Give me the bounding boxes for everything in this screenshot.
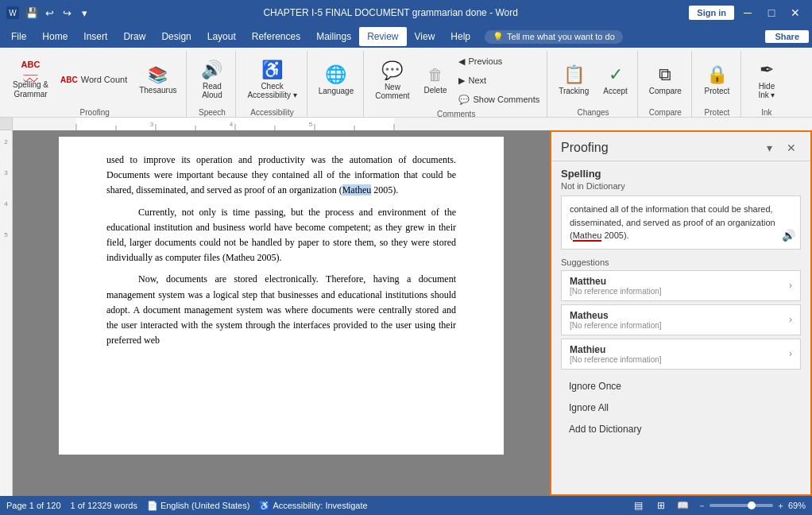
not-in-dictionary-label: Not in Dictionary — [561, 181, 801, 191]
undo-icon[interactable]: ↩ — [41, 5, 57, 21]
flag-icon: 📄 — [147, 501, 158, 511]
ribbon-group-proofing: ABC —— Spelling &Grammar ABC Word Count … — [3, 51, 187, 117]
menu-mailings[interactable]: Mailings — [308, 27, 359, 46]
suggestion-content-1: Matheus [No reference information] — [570, 310, 662, 330]
ribbon-group-compare: ⧉ Compare Compare — [640, 51, 692, 117]
word-count-button[interactable]: ABC Word Count — [56, 71, 131, 88]
word-count-label: Word Count — [81, 75, 128, 84]
proofing-body: Spelling Not in Dictionary contained all… — [551, 161, 810, 494]
spelling-section-label: Spelling — [561, 168, 801, 180]
menu-design[interactable]: Design — [153, 27, 199, 46]
menu-insert[interactable]: Insert — [75, 27, 115, 46]
zoom-slider[interactable] — [710, 504, 773, 507]
zoom-out-button[interactable]: － — [698, 500, 706, 512]
zoom-level[interactable]: 69% — [788, 501, 806, 510]
ink-buttons: ✒ HideInk ▾ — [749, 52, 784, 106]
proofing-small: ABC Word Count — [56, 71, 131, 88]
accessibility-icon: ♿ — [261, 60, 283, 80]
web-view-button[interactable]: ⊞ — [653, 498, 669, 513]
chevron-icon-1: › — [789, 314, 792, 325]
new-comment-button[interactable]: 💬 NewComment — [369, 53, 416, 107]
delete-button[interactable]: 🗑 Delete — [418, 53, 454, 107]
read-aloud-button[interactable]: 🔊 ReadAloud — [195, 52, 230, 106]
paragraph-2: Currently, not only is time passing, but… — [106, 205, 456, 266]
page-status[interactable]: Page 1 of 120 — [6, 501, 61, 510]
next-label: Next — [468, 76, 486, 85]
show-comments-button[interactable]: 💬 Show Comments — [454, 91, 543, 108]
tracking-label: Tracking — [559, 87, 589, 95]
previous-button[interactable]: ◀ Previous — [454, 52, 543, 70]
tracking-button[interactable]: 📋 Tracking — [552, 52, 595, 106]
proofing-collapse-button[interactable]: ▾ — [760, 138, 779, 157]
line-num-5: 5 — [4, 231, 7, 238]
thesaurus-button[interactable]: 📚 Thesaurus — [133, 52, 183, 106]
words-status[interactable]: 1 of 12329 words — [71, 501, 137, 510]
print-view-button[interactable]: ▤ — [631, 498, 647, 513]
save-icon[interactable]: 💾 — [24, 5, 40, 21]
speech-group-label: Speech — [199, 106, 226, 118]
menu-draw[interactable]: Draw — [115, 27, 153, 46]
signin-button[interactable]: Sign in — [689, 6, 734, 20]
suggestion-item-2[interactable]: Mathieu [No reference information] › — [561, 339, 801, 370]
check-accessibility-button[interactable]: ♿ CheckAccessibility ▾ — [241, 52, 303, 106]
language-button[interactable]: 🌐 Language — [312, 52, 361, 106]
audio-button[interactable]: 🔊 — [782, 227, 795, 244]
ribbon-group-speech: 🔊 ReadAloud Speech — [188, 51, 236, 117]
tell-me-bar[interactable]: 💡 Tell me what you want to do — [485, 30, 623, 44]
suggestion-item-1[interactable]: Matheus [No reference information] › — [561, 304, 801, 335]
ruler-row: 3 4 5 — [0, 118, 812, 130]
menu-references[interactable]: References — [244, 27, 308, 46]
spelling-grammar-button[interactable]: ABC —— Spelling &Grammar — [6, 52, 55, 106]
svg-text:3: 3 — [150, 121, 154, 128]
ribbon-group-language: 🌐 Language — [309, 51, 365, 117]
menu-home[interactable]: Home — [34, 27, 75, 46]
add-to-dictionary-button[interactable]: Add to Dictionary — [561, 419, 801, 439]
lightbulb-icon: 💡 — [493, 32, 504, 42]
spelling-underline: —— — [24, 71, 38, 79]
menu-review[interactable]: Review — [359, 27, 406, 46]
suggestion-name-0: Mattheu — [570, 276, 662, 287]
accessibility-text[interactable]: Accessibility: Investigate — [273, 501, 367, 510]
show-comments-label: Show Comments — [473, 95, 539, 104]
speech-buttons: 🔊 ReadAloud — [195, 52, 230, 106]
spelling-label: Spelling &Grammar — [13, 80, 48, 99]
compare-group-label: Compare — [649, 106, 682, 118]
menu-view[interactable]: View — [407, 27, 443, 46]
accessibility-group-label: Accessibility — [250, 106, 293, 118]
menu-file[interactable]: File — [3, 27, 34, 46]
ignore-once-button[interactable]: Ignore Once — [561, 376, 801, 397]
customize-icon[interactable]: ▾ — [76, 5, 92, 21]
ribbon-group-changes: 📋 Tracking ✓ Accept Changes — [549, 51, 638, 117]
zoom-in-button[interactable]: ＋ — [776, 500, 785, 512]
redo-icon[interactable]: ↪ — [59, 5, 75, 21]
line-num-4: 4 — [4, 200, 7, 207]
menu-help[interactable]: Help — [443, 27, 478, 46]
minimize-button[interactable]: ─ — [737, 2, 758, 23]
accessibility-buttons: ♿ CheckAccessibility ▾ — [241, 52, 303, 106]
accept-label: Accept — [603, 87, 628, 95]
accept-button[interactable]: ✓ Accept — [597, 52, 634, 106]
protect-buttons: 🔒 Protect — [698, 52, 737, 106]
suggestion-item-0[interactable]: Mattheu [No reference information] › — [561, 270, 801, 301]
compare-button[interactable]: ⧉ Compare — [643, 52, 688, 106]
proofing-close-button[interactable]: ✕ — [782, 138, 801, 157]
menu-layout[interactable]: Layout — [199, 27, 244, 46]
suggestion-ref-0: [No reference information] — [570, 287, 662, 296]
language-label: Language — [319, 87, 354, 95]
proofing-buttons: ABC —— Spelling &Grammar ABC Word Count … — [6, 52, 183, 106]
read-view-button[interactable]: 📖 — [675, 498, 691, 513]
close-button[interactable]: ✕ — [785, 2, 806, 23]
chevron-icon-0: › — [789, 280, 792, 291]
share-button[interactable]: Share — [765, 30, 809, 43]
language-text[interactable]: English (United States) — [160, 501, 250, 510]
proofing-title: Proofing — [561, 141, 609, 155]
maximize-button[interactable]: □ — [761, 2, 782, 23]
ignore-all-button[interactable]: Ignore All — [561, 397, 801, 418]
protect-button[interactable]: 🔒 Protect — [698, 52, 737, 106]
protect-icon: 🔒 — [706, 64, 728, 85]
zoom-thumb — [748, 501, 756, 509]
abc-icon: ABC — [60, 76, 78, 84]
word-icon: W — [6, 6, 19, 19]
next-button[interactable]: ▶ Next — [454, 72, 543, 89]
hide-ink-button[interactable]: ✒ HideInk ▾ — [749, 52, 784, 106]
